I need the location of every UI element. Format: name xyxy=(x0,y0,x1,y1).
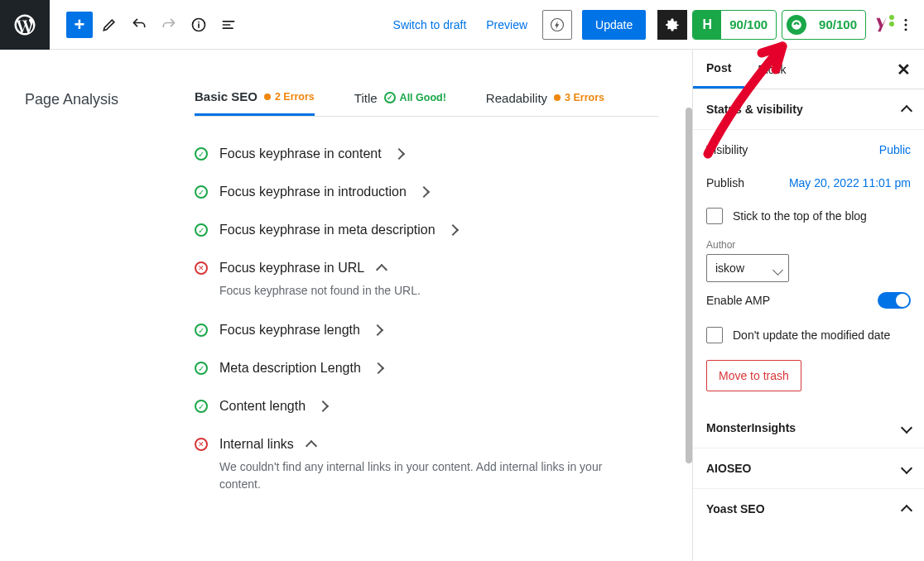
analysis-item-toggle[interactable]: Focus keyphrase in meta description xyxy=(195,223,659,237)
redo-icon xyxy=(161,17,177,33)
analysis-item-toggle[interactable]: Focus keyphrase in introduction xyxy=(195,185,659,199)
analysis-item: Focus keyphrase in meta description xyxy=(195,211,659,249)
panel-title: Status & visibility xyxy=(706,103,803,116)
plus-icon: + xyxy=(75,14,85,36)
analysis-item-toggle[interactable]: Internal links xyxy=(195,437,659,452)
enable-amp-label: Enable AMP xyxy=(706,294,770,307)
panel-status-visibility[interactable]: Status & visibility xyxy=(693,89,924,130)
check-circle-icon xyxy=(195,324,208,337)
sidebar-tab-block[interactable]: Block xyxy=(744,51,799,88)
publish-value[interactable]: May 20, 2022 11:01 pm xyxy=(789,176,911,189)
analysis-item-toggle[interactable]: Focus keyphrase in URL xyxy=(195,261,659,276)
enable-amp-toggle[interactable] xyxy=(878,292,911,309)
chevron-right-icon xyxy=(447,224,459,236)
analysis-item-title: Focus keyphrase in introduction xyxy=(219,185,407,199)
chevron-up-icon xyxy=(376,264,387,276)
headline-icon: H xyxy=(693,11,721,39)
tab-label: Title xyxy=(354,91,378,105)
panel-aioseo[interactable]: AIOSEO xyxy=(693,448,924,489)
analysis-list: Focus keyphrase in contentFocus keyphras… xyxy=(195,117,659,505)
visibility-label: Visibility xyxy=(706,143,748,156)
panel-monsterinsights[interactable]: MonsterInsights xyxy=(693,408,924,448)
analysis-item-title: Internal links xyxy=(219,437,294,452)
check-circle-icon xyxy=(195,362,208,375)
analysis-tabs: Basic SEO 2 Errors Title All Good! Reada… xyxy=(195,79,659,117)
list-icon xyxy=(220,17,237,33)
svg-point-2 xyxy=(905,18,907,21)
analysis-item-title: Focus keyphrase in meta description xyxy=(219,223,436,237)
check-circle-icon xyxy=(195,400,208,413)
move-to-trash-button[interactable]: Move to trash xyxy=(706,360,801,391)
tab-basic-seo[interactable]: Basic SEO 2 Errors xyxy=(195,79,315,116)
yoast-status-dots xyxy=(889,15,894,26)
publish-label: Publish xyxy=(706,176,744,189)
status-dot-icon xyxy=(264,94,271,100)
add-block-button[interactable]: + xyxy=(66,12,93,38)
analysis-item-title: Content length xyxy=(219,399,306,414)
chevron-right-icon xyxy=(418,186,430,198)
yoast-button[interactable] xyxy=(871,10,894,40)
chevron-up-icon xyxy=(306,440,317,452)
headline-score-badge[interactable]: H 90/100 xyxy=(692,10,777,40)
wordpress-icon xyxy=(12,12,37,37)
switch-to-draft-link[interactable]: Switch to draft xyxy=(383,12,477,38)
analysis-item: Focus keyphrase in content xyxy=(195,135,659,173)
gear-icon xyxy=(664,17,681,33)
analysis-item-title: Meta description Length xyxy=(219,361,361,376)
edit-button[interactable] xyxy=(96,12,123,38)
analysis-item-title: Focus keyphrase in content xyxy=(219,146,382,161)
analysis-item-toggle[interactable]: Meta description Length xyxy=(195,361,659,376)
tab-title[interactable]: Title All Good! xyxy=(354,79,446,116)
analysis-item: Focus keyphrase length xyxy=(195,311,659,349)
aioseo-score-badge[interactable]: 90/100 xyxy=(782,10,866,40)
dots-vertical-icon xyxy=(898,17,914,33)
page-title: Page Analysis xyxy=(25,91,118,108)
settings-button[interactable] xyxy=(657,10,687,40)
chevron-right-icon xyxy=(373,362,384,374)
preview-link[interactable]: Preview xyxy=(476,12,537,38)
more-options-button[interactable] xyxy=(894,10,917,40)
chevron-down-icon xyxy=(901,422,912,434)
status-dot-icon xyxy=(554,94,561,101)
amp-preview-button[interactable] xyxy=(542,10,572,40)
chevron-right-icon xyxy=(372,324,383,336)
outline-button[interactable] xyxy=(215,12,242,38)
update-button[interactable]: Update xyxy=(582,10,646,40)
analysis-item: Focus keyphrase in URLFocus keyphrase no… xyxy=(195,249,659,311)
svg-point-3 xyxy=(905,23,907,26)
visibility-value[interactable]: Public xyxy=(879,143,911,156)
panel-title: AIOSEO xyxy=(706,462,751,475)
panel-title: Yoast SEO xyxy=(706,502,765,515)
analysis-item: Content length xyxy=(195,387,659,425)
analysis-item-toggle[interactable]: Content length xyxy=(195,399,659,414)
analysis-item-toggle[interactable]: Focus keyphrase length xyxy=(195,323,659,338)
settings-sidebar: Post Block ✕ Status & visibility Visibil… xyxy=(692,50,924,561)
pencil-icon xyxy=(101,17,118,33)
analysis-item: Focus keyphrase in introduction xyxy=(195,173,659,211)
author-label: Author xyxy=(706,239,911,251)
analysis-item-toggle[interactable]: Focus keyphrase in content xyxy=(195,146,659,161)
tab-readability[interactable]: Readability 3 Errors xyxy=(486,79,604,116)
stick-checkbox[interactable] xyxy=(706,208,723,224)
scrollbar-thumb[interactable] xyxy=(686,108,692,463)
check-circle-icon xyxy=(195,185,208,199)
chevron-down-icon xyxy=(901,463,912,474)
check-circle-icon xyxy=(195,147,208,161)
x-circle-icon xyxy=(195,261,208,275)
chevron-right-icon xyxy=(317,400,329,412)
analysis-item: Meta description Length xyxy=(195,349,659,387)
tab-label: Basic SEO xyxy=(195,89,257,103)
dont-update-checkbox[interactable] xyxy=(706,327,723,343)
sidebar-tab-post[interactable]: Post xyxy=(693,50,744,89)
chevron-up-icon xyxy=(901,505,912,516)
undo-button[interactable] xyxy=(126,12,152,38)
wordpress-logo[interactable] xyxy=(0,0,50,50)
yoast-icon xyxy=(874,16,891,34)
info-button[interactable] xyxy=(185,12,212,38)
author-select[interactable]: iskow xyxy=(706,254,789,282)
panel-title: MonsterInsights xyxy=(706,421,796,434)
redo-button[interactable] xyxy=(156,12,182,38)
tab-label: Readability xyxy=(486,91,547,105)
close-sidebar-button[interactable]: ✕ xyxy=(883,60,924,79)
panel-yoast[interactable]: Yoast SEO xyxy=(693,489,924,529)
